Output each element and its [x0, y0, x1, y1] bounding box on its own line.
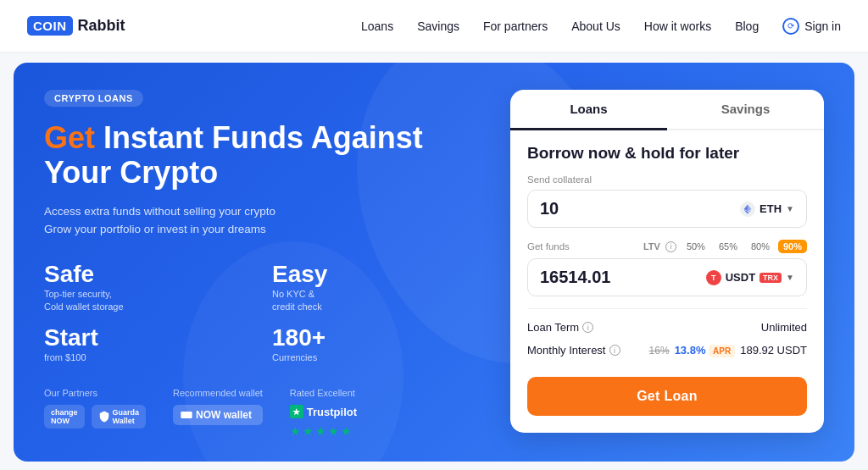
ltv-90[interactable]: 90% [778, 240, 807, 253]
trx-badge: TRX [760, 273, 782, 283]
shield-icon [98, 411, 110, 423]
ltv-info-icon: i [665, 241, 676, 252]
apr-badge: APR [709, 345, 735, 357]
features-grid: Safe Top-tier security,Cold wallet stora… [44, 263, 483, 364]
feature-start-label: Start [44, 326, 98, 350]
trustpilot-label: Trustpilot [307, 406, 357, 418]
feature-safe: Safe Top-tier security,Cold wallet stora… [44, 263, 255, 314]
signin-button[interactable]: ⟳ Sign in [782, 18, 841, 35]
hero-title: Get Instant Funds Against Your Crypto [44, 120, 483, 191]
tab-savings[interactable]: Savings [667, 90, 824, 129]
hero-subtitle-line2: Grow your portfolio or invest in your dr… [44, 223, 266, 235]
signin-icon: ⟳ [782, 18, 799, 35]
new-rate: 13.8% APR [675, 344, 736, 357]
interest-usdt: 189.92 USDT [740, 344, 807, 357]
loan-term-info-icon: i [582, 322, 593, 333]
feature-currencies-label: Currencies [272, 351, 326, 364]
get-loan-button[interactable]: Get Loan [527, 377, 807, 416]
collateral-value: 10 [540, 199, 740, 218]
ltv-65[interactable]: 65% [714, 240, 743, 253]
nowwallet-icon [180, 408, 193, 422]
hero-subtitle-line1: Access extra funds without selling your … [44, 205, 275, 218]
main-nav: Loans Savings For partners About Us How … [361, 18, 841, 35]
logo-rabbit: Rabbit [78, 17, 125, 35]
trustpilot-group: Rated Excellent ★ Trustpilot ★ ★ ★ ★ ★ [290, 388, 357, 438]
feature-start-desc: from $100 [44, 351, 98, 364]
changenow-logo: changeNOW [44, 405, 85, 429]
funds-currency-label: USDT [726, 271, 755, 284]
usdt-icon: T [706, 270, 721, 285]
logo[interactable]: COIN Rabbit [27, 16, 125, 36]
collateral-currency-select[interactable]: ETH ▼ [740, 202, 794, 217]
card-body: Borrow now & hold for later Send collate… [510, 144, 824, 416]
trustpilot-icon: ★ [290, 405, 303, 418]
funds-chevron-icon: ▼ [786, 273, 794, 282]
feature-currencies: 180+ Currencies [272, 326, 483, 364]
loan-term-label: Loan Term i [527, 321, 593, 334]
partners-label: Our Partners [44, 388, 146, 398]
feature-currencies-count: 180+ [272, 326, 326, 350]
ltv-row: Get funds LTV i 50% 65% 80% 90% [527, 240, 807, 253]
loan-card: Loans Savings Borrow now & hold for late… [510, 90, 824, 433]
crypto-badge: CRYPTO LOANS [44, 90, 143, 107]
feature-safe-label: Safe [44, 263, 124, 286]
old-rate: 16% [649, 345, 670, 357]
recommended-wallet-group: Recommended wallet NOW wallet [173, 388, 263, 425]
ltv-label: LTV [643, 241, 660, 252]
ltv-50[interactable]: 50% [682, 240, 710, 253]
svg-rect-0 [181, 412, 192, 418]
rated-label: Rated Excellent [290, 388, 357, 398]
partner-logos: changeNOW GuardaWallet [44, 405, 146, 429]
hero-left: CRYPTO LOANS Get Instant Funds Against Y… [44, 90, 483, 438]
card-tabs: Loans Savings [510, 90, 824, 130]
feature-safe-desc: Top-tier security,Cold wallet storage [44, 288, 124, 314]
card-title: Borrow now & hold for later [527, 144, 807, 163]
nav-loans[interactable]: Loans [361, 19, 393, 33]
tab-loans[interactable]: Loans [510, 90, 667, 130]
nav-savings[interactable]: Savings [417, 19, 459, 33]
nav-blog[interactable]: Blog [735, 19, 759, 33]
trustpilot-stars: ★ ★ ★ ★ ★ [290, 424, 357, 438]
collateral-chevron-icon: ▼ [786, 204, 794, 213]
signin-label: Sign in [804, 19, 841, 33]
partners-section: Our Partners changeNOW GuardaWallet Reco… [44, 388, 483, 438]
ltv-80[interactable]: 80% [746, 240, 775, 253]
collateral-label: Send collateral [527, 174, 807, 185]
nav-about-us[interactable]: About Us [571, 19, 620, 33]
star-3: ★ [315, 424, 326, 438]
star-1: ★ [290, 424, 301, 438]
feature-easy-desc: No KYC &credit check [272, 288, 327, 314]
ltv-options: 50% 65% 80% 90% [682, 240, 807, 253]
collateral-currency-label: ETH [760, 202, 782, 215]
interest-values: 16% 13.8% APR 189.92 USDT [649, 344, 807, 357]
eth-icon [740, 202, 755, 217]
funds-label: Get funds [527, 241, 638, 252]
hero-title-rest: Instant Funds Against Your Crypto [44, 120, 423, 190]
nowwallet-logo: NOW wallet [173, 405, 263, 425]
star-4: ★ [328, 424, 339, 438]
header: COIN Rabbit Loans Savings For partners A… [0, 0, 868, 53]
funds-currency-select[interactable]: T USDT TRX ▼ [706, 270, 794, 285]
divider [527, 308, 807, 309]
monthly-interest-info-icon: i [609, 345, 620, 356]
loan-term-value: Unlimited [761, 321, 807, 334]
monthly-interest-row: Monthly Interest i 16% 13.8% APR 189.92 … [527, 342, 807, 358]
feature-start: Start from $100 [44, 326, 255, 364]
nav-for-partners[interactable]: For partners [483, 19, 548, 33]
funds-input-row[interactable]: 16514.01 T USDT TRX ▼ [527, 258, 807, 296]
hero-section: CRYPTO LOANS Get Instant Funds Against Y… [14, 63, 854, 462]
nav-how-it-works[interactable]: How it works [644, 19, 711, 33]
collateral-input-row[interactable]: 10 ETH ▼ [527, 190, 807, 228]
trustpilot-logo: ★ Trustpilot [290, 405, 357, 418]
star-2: ★ [303, 424, 314, 438]
hero-title-get: Get [44, 120, 95, 155]
star-5: ★ [341, 424, 352, 438]
loan-term-row: Loan Term i Unlimited [527, 319, 807, 335]
logo-coin: COIN [27, 16, 73, 36]
our-partners-group: Our Partners changeNOW GuardaWallet [44, 388, 146, 429]
hero-subtitle: Access extra funds without selling your … [44, 202, 483, 239]
guarda-logo: GuardaWallet [92, 405, 147, 429]
monthly-interest-label: Monthly Interest i [527, 344, 620, 357]
feature-easy: Easy No KYC &credit check [272, 263, 483, 314]
feature-easy-label: Easy [272, 263, 327, 286]
